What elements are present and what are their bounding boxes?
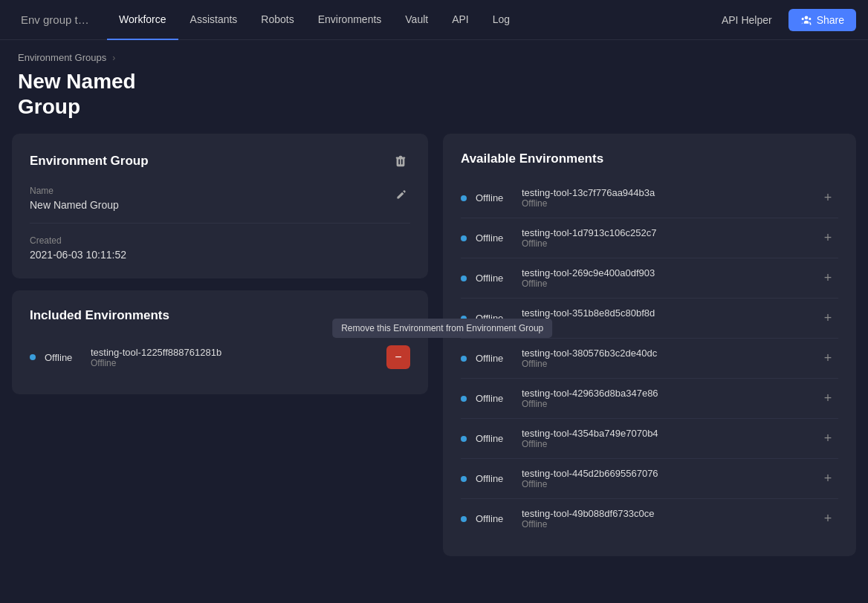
field-divider <box>30 223 410 224</box>
available-env-list: Offline testing-tool-13c7f776aa944b3a Of… <box>461 178 838 538</box>
nav-tabs: WorkforceAssistantsRobotsEnvironmentsVau… <box>107 0 714 39</box>
included-card-title: Included Environments <box>30 308 169 323</box>
nav-tab-environments[interactable]: Environments <box>306 0 394 40</box>
included-env-card: Included Environments Offline testing-to… <box>12 290 428 394</box>
main-content: Environment Group Name New Named Group <box>0 134 868 574</box>
status-dot <box>461 316 467 322</box>
available-env-row: Offline testing-tool-351b8e8d5c80bf8d Of… <box>461 299 838 339</box>
available-env-row: Offline testing-tool-269c9e400a0df903 Of… <box>461 258 838 299</box>
env-name-block: testing-tool-351b8e8d5c80bf8d Offline <box>522 307 809 329</box>
env-name: testing-tool-380576b3c2de40dc <box>522 348 809 359</box>
available-panel-title: Available Environments <box>461 151 838 166</box>
nav-right: API Helper Share <box>714 9 856 31</box>
status-dot <box>30 354 36 360</box>
included-env-status: Offline <box>91 358 378 368</box>
status-dot <box>461 276 467 281</box>
name-field-row: Name New Named Group <box>30 186 410 211</box>
add-env-button[interactable]: + <box>817 228 838 249</box>
navbar: Env group te... WorkforceAssistantsRobot… <box>0 0 868 40</box>
included-status-label: Offline <box>45 352 82 363</box>
env-name-block: testing-tool-380576b3c2de40dc Offline <box>522 348 809 369</box>
status-label: Offline <box>476 313 513 324</box>
env-name-block: testing-tool-429636d8ba347e86 Offline <box>522 388 809 409</box>
breadcrumb: Environment Groups › <box>0 40 868 69</box>
remove-env-button[interactable]: − <box>386 345 410 369</box>
status-dot <box>461 235 467 241</box>
env-name-block: testing-tool-13c7f776aa944b3a Offline <box>522 187 809 209</box>
env-status: Offline <box>522 399 809 409</box>
available-envs-panel: Available Environments Offline testing-t… <box>443 134 856 556</box>
add-env-button[interactable]: + <box>817 268 838 289</box>
available-env-row: Offline testing-tool-429636d8ba347e86 Of… <box>461 379 838 419</box>
available-env-row: Offline testing-tool-4354ba749e7070b4 Of… <box>461 419 838 459</box>
add-env-button[interactable]: + <box>817 188 838 209</box>
available-env-row: Offline testing-tool-49b088df6733c0ce Of… <box>461 499 838 538</box>
status-label: Offline <box>476 273 513 284</box>
name-value: New Named Group <box>30 199 392 211</box>
nav-tab-workforce[interactable]: Workforce <box>107 0 178 40</box>
status-label: Offline <box>476 513 513 524</box>
status-label: Offline <box>476 473 513 484</box>
created-value: 2021-06-03 10:11:52 <box>30 249 410 261</box>
env-name: testing-tool-445d2b6695567076 <box>522 468 809 479</box>
env-status: Offline <box>522 198 809 209</box>
nav-tab-robots[interactable]: Robots <box>249 0 305 40</box>
add-env-button[interactable]: + <box>817 388 838 409</box>
env-name: testing-tool-13c7f776aa944b3a <box>522 187 809 198</box>
included-env-row: Offline testing-tool-1225ff888761281b Of… <box>30 338 410 377</box>
env-name: testing-tool-351b8e8d5c80bf8d <box>522 307 809 319</box>
env-name-block: testing-tool-49b088df6733c0ce Offline <box>522 508 809 529</box>
status-label: Offline <box>476 192 513 203</box>
add-env-button[interactable]: + <box>817 428 838 449</box>
env-status: Offline <box>522 359 809 369</box>
nav-brand: Env group te... <box>12 13 101 26</box>
env-status: Offline <box>522 278 809 289</box>
created-field: Created 2021-06-03 10:11:52 <box>30 235 410 261</box>
nav-tab-api[interactable]: API <box>440 0 481 40</box>
included-card-header: Included Environments <box>30 308 410 323</box>
minus-icon: − <box>395 351 401 364</box>
nav-tab-log[interactable]: Log <box>481 0 522 40</box>
env-name: testing-tool-4354ba749e7070b4 <box>522 428 809 439</box>
trash-icon <box>394 154 407 168</box>
api-helper-button[interactable]: API Helper <box>714 10 780 30</box>
name-label: Name <box>30 186 392 196</box>
add-env-button[interactable]: + <box>817 509 838 529</box>
left-panel: Environment Group Name New Named Group <box>12 134 428 556</box>
delete-group-button[interactable] <box>391 151 410 171</box>
env-group-card-title: Environment Group <box>30 154 149 169</box>
env-status: Offline <box>522 519 809 529</box>
share-button[interactable]: Share <box>788 9 856 31</box>
status-label: Offline <box>476 433 513 444</box>
add-env-button[interactable]: + <box>817 348 838 369</box>
status-dot <box>461 476 467 482</box>
status-dot <box>461 516 467 522</box>
breadcrumb-parent[interactable]: Environment Groups <box>18 52 106 63</box>
env-name-block: testing-tool-269c9e400a0df903 Offline <box>522 267 809 289</box>
edit-name-button[interactable] <box>392 186 410 203</box>
nav-tab-assistants[interactable]: Assistants <box>178 0 250 40</box>
page-title: New NamedGroup <box>0 69 868 134</box>
remove-btn-container: Remove this Environment from Environment… <box>386 345 410 369</box>
available-env-row: Offline testing-tool-445d2b6695567076 Of… <box>461 459 838 499</box>
breadcrumb-separator: › <box>112 53 115 63</box>
add-env-button[interactable]: + <box>817 469 838 489</box>
env-name: testing-tool-49b088df6733c0ce <box>522 508 809 519</box>
available-env-row: Offline testing-tool-13c7f776aa944b3a Of… <box>461 178 838 218</box>
nav-tab-vault[interactable]: Vault <box>393 0 440 40</box>
env-name: testing-tool-429636d8ba347e86 <box>522 388 809 399</box>
status-dot <box>461 195 467 201</box>
env-group-card: Environment Group Name New Named Group <box>12 134 428 278</box>
env-name: testing-tool-269c9e400a0df903 <box>522 267 809 278</box>
env-name-block: testing-tool-445d2b6695567076 Offline <box>522 468 809 489</box>
status-label: Offline <box>476 393 513 404</box>
available-env-row: Offline testing-tool-1d7913c106c252c7 Of… <box>461 218 838 258</box>
status-dot <box>461 436 467 442</box>
env-status: Offline <box>522 479 809 489</box>
env-name: testing-tool-1d7913c106c252c7 <box>522 227 809 238</box>
status-dot <box>461 356 467 362</box>
share-icon <box>800 14 812 26</box>
status-label: Offline <box>476 232 513 244</box>
available-env-row: Offline testing-tool-380576b3c2de40dc Of… <box>461 339 838 379</box>
add-env-button[interactable]: + <box>817 308 838 329</box>
